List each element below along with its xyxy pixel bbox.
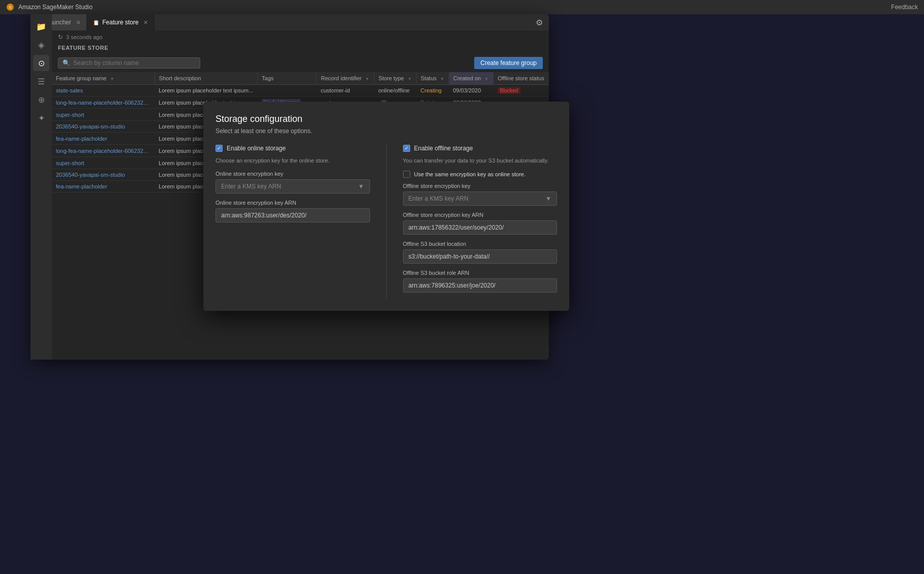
sort-icon-record[interactable]: ▼ bbox=[365, 77, 369, 81]
online-arn-label: Online store encryption key ARN bbox=[215, 200, 370, 206]
app-title: Amazon SageMaker Studio bbox=[18, 4, 93, 11]
feature-store-tab-icon: 📋 bbox=[93, 20, 99, 25]
cell-name: long-fea-name-placeholder-606232020 bbox=[52, 145, 155, 157]
col-header-offline-status: Offline store status bbox=[494, 72, 549, 85]
offline-storage-col: ✓ Enable offline storage You can transfe… bbox=[403, 145, 558, 299]
online-enable-row: ✓ Enable online storage bbox=[215, 145, 370, 152]
search-box[interactable]: 🔍 bbox=[58, 57, 200, 69]
feedback-link[interactable]: Feedback bbox=[891, 4, 918, 11]
cell-name: long-fea-name-placeholder-606232020 bbox=[52, 97, 155, 109]
online-key-label: Online store encryption key bbox=[215, 171, 370, 177]
cell-name: fea-name-placholder bbox=[52, 181, 155, 193]
offline-key-select-value: Enter a KMS key ARN bbox=[409, 195, 469, 202]
cell-record-id: customer-id bbox=[317, 85, 374, 97]
refresh-bar: ↻ 3 seconds ago bbox=[52, 30, 549, 44]
offline-desc: You can transfer your data to your S3 bu… bbox=[403, 157, 558, 165]
cell-name: 2036540-yavapai-sm-studio bbox=[52, 121, 155, 133]
same-key-label: Use the same encryption key as online st… bbox=[414, 171, 526, 177]
sort-icon-created[interactable]: ▼ bbox=[484, 77, 488, 81]
sidebar-icon-list[interactable]: ☰ bbox=[33, 73, 49, 89]
svg-text:S: S bbox=[9, 5, 11, 10]
offline-enable-row: ✓ Enable offline storage bbox=[403, 145, 558, 152]
offline-s3-label: Offline S3 bucket location bbox=[403, 241, 558, 247]
sort-icon-name[interactable]: ▼ bbox=[110, 77, 114, 81]
toolbar: 🔍 Create feature group bbox=[52, 54, 549, 72]
col-header-record-id: Record identifier ▼ bbox=[317, 72, 374, 85]
cell-name: fea-name-placholder bbox=[52, 133, 155, 145]
search-input[interactable] bbox=[73, 59, 196, 67]
col-header-description: Short description bbox=[155, 72, 257, 85]
online-storage-col: ✓ Enable online storage Choose an encryp… bbox=[215, 145, 370, 299]
sort-icon-status[interactable]: ▼ bbox=[440, 77, 444, 81]
same-key-row: Use the same encryption key as online st… bbox=[403, 171, 558, 178]
col-header-name: Feature group name ▼ bbox=[52, 72, 155, 85]
offline-s3-input[interactable] bbox=[403, 249, 558, 264]
offline-key-label: Offline store encryption key bbox=[403, 183, 558, 189]
offline-arn-label: Offline store encryption key ARN bbox=[403, 212, 558, 218]
tab-bar: 📄 Launcher × 📋 Feature store × ⚙ bbox=[30, 14, 549, 30]
cell-created: 09/03/2020 bbox=[449, 85, 493, 97]
window-settings-icon[interactable]: ⚙ bbox=[536, 18, 543, 27]
cell-offline-status: Blocked bbox=[494, 85, 549, 97]
cell-tags bbox=[258, 85, 317, 97]
cell-name: super-short bbox=[52, 109, 155, 121]
cell-name: state-sales bbox=[52, 85, 155, 97]
storage-config-dialog: Storage configuration Select at least on… bbox=[203, 102, 569, 311]
online-key-chevron: ▼ bbox=[358, 183, 364, 190]
tab-launcher-close[interactable]: × bbox=[76, 19, 80, 26]
col-header-created: Created on ▼ bbox=[449, 72, 493, 85]
table-header-row: Feature group name ▼ Short description T… bbox=[52, 72, 549, 85]
sidebar-icon-settings[interactable]: ✦ bbox=[33, 110, 49, 126]
sidebar-icon-location[interactable]: ⊕ bbox=[33, 91, 49, 108]
col-header-store-type: Store type ▼ bbox=[374, 72, 416, 85]
sort-icon-store[interactable]: ▼ bbox=[408, 77, 412, 81]
dialog-title: Storage configuration bbox=[215, 114, 557, 124]
global-sidebar: 📁 ◈ ⊙ ☰ ⊕ ✦ bbox=[30, 14, 52, 360]
refresh-time: 3 seconds ago bbox=[66, 34, 103, 40]
online-key-select-value: Enter a KMS key ARN bbox=[221, 183, 281, 190]
offline-key-chevron: ▼ bbox=[545, 195, 551, 202]
refresh-icon[interactable]: ↻ bbox=[58, 34, 63, 41]
offline-enable-checkbox[interactable]: ✓ bbox=[403, 145, 410, 152]
col-header-tags: Tags bbox=[258, 72, 317, 85]
dialog-columns: ✓ Enable online storage Choose an encryp… bbox=[215, 145, 557, 299]
offline-key-select[interactable]: Enter a KMS key ARN ▼ bbox=[403, 192, 558, 206]
sidebar-icon-git[interactable]: ◈ bbox=[33, 37, 49, 53]
cell-name: super-short bbox=[52, 157, 155, 169]
dialog-subtitle: Select at least one of these options. bbox=[215, 127, 557, 135]
create-feature-group-button[interactable]: Create feature group bbox=[474, 57, 543, 69]
cell-status: Creating bbox=[416, 85, 449, 97]
offline-s3-role-label: Offline S3 bucket role ARN bbox=[403, 270, 558, 276]
online-checkbox-label: Enable online storage bbox=[227, 145, 286, 152]
col-header-status: Status ▼ bbox=[416, 72, 449, 85]
cell-store-type: online/offline bbox=[374, 85, 416, 97]
online-desc: Choose an encryption key for the online … bbox=[215, 157, 370, 165]
cell-name: 2036540-yavapai-sm-studio bbox=[52, 169, 155, 181]
sagemaker-logo: S bbox=[6, 3, 14, 11]
tab-feature-store[interactable]: 📋 Feature store × bbox=[87, 14, 155, 30]
sidebar-icon-extensions[interactable]: ⊙ bbox=[33, 55, 49, 71]
column-divider bbox=[386, 145, 387, 299]
title-bar: S Amazon SageMaker Studio Feedback bbox=[0, 0, 924, 14]
sidebar-icon-files[interactable]: 📁 bbox=[33, 18, 49, 35]
cell-description: Lorem ipsum placeholder text ipsum... bbox=[155, 85, 257, 97]
section-title: FEATURE STORE bbox=[52, 44, 549, 54]
online-key-select[interactable]: Enter a KMS key ARN ▼ bbox=[215, 179, 370, 194]
online-enable-checkbox[interactable]: ✓ bbox=[215, 145, 223, 152]
offline-s3-role-input[interactable] bbox=[403, 278, 558, 293]
tab-feature-store-label: Feature store bbox=[102, 19, 138, 26]
table-row[interactable]: state-salesLorem ipsum placeholder text … bbox=[52, 85, 549, 97]
online-arn-input[interactable] bbox=[215, 208, 370, 222]
same-key-checkbox[interactable] bbox=[403, 171, 410, 178]
offline-checkbox-label: Enable offline storage bbox=[414, 145, 473, 152]
offline-arn-input[interactable] bbox=[403, 220, 558, 235]
search-icon: 🔍 bbox=[63, 59, 70, 67]
tab-feature-store-close[interactable]: × bbox=[144, 19, 148, 26]
